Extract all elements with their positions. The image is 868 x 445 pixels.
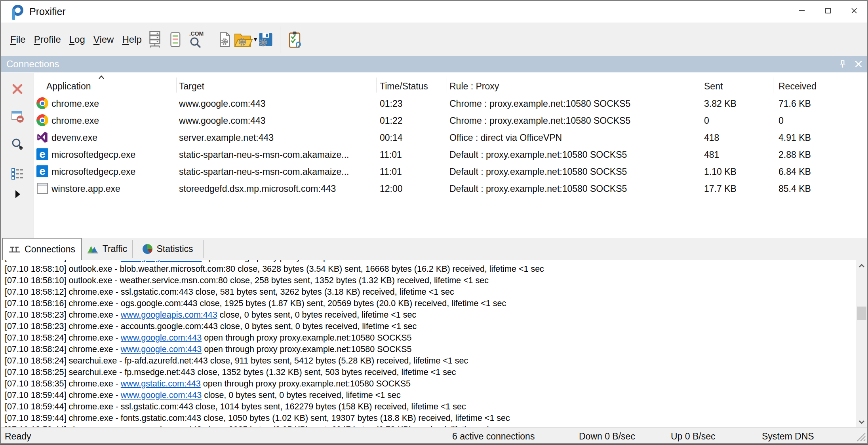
panel-close-icon[interactable]: [854, 59, 863, 70]
status-active-connections: 6 active connections: [452, 431, 535, 441]
toolbar: .COM▾: [144, 23, 305, 56]
log-link[interactable]: www.gstatic.com:443: [121, 379, 201, 388]
visual-studio-icon: [36, 131, 48, 143]
column-divider[interactable]: [773, 78, 773, 93]
cell-received: 4.91 KB: [779, 132, 856, 143]
pin-icon[interactable]: [838, 59, 847, 70]
log-link[interactable]: www.googleapis.com:443: [121, 310, 217, 320]
menu-log[interactable]: Log: [68, 33, 86, 46]
maximize-button[interactable]: [815, 1, 841, 22]
edge-icon: e: [36, 148, 48, 160]
connection-row[interactable]: e microsoftedgecp.exestatic-spartan-neu-…: [34, 163, 867, 180]
connection-row[interactable]: e microsoftedgecp.exestatic-spartan-neu-…: [34, 146, 867, 163]
dotcom-check-button[interactable]: .COM: [185, 28, 206, 51]
log-text: [07.10 18:58:35] chrome.exe -: [5, 379, 121, 388]
search-connections-button[interactable]: [1, 138, 34, 153]
menu-profile[interactable]: Profile: [33, 33, 62, 46]
log-link[interactable]: www.google.com:443: [121, 260, 202, 262]
check-proxies-icon: [286, 30, 303, 49]
log-text: [07.10 18:58:10] outlook.exe - weather.s…: [5, 276, 489, 285]
status-up-rate: Up 0 B/sec: [671, 431, 716, 441]
proxy-servers-button[interactable]: [144, 28, 165, 51]
scroll-up-icon[interactable]: [856, 260, 867, 271]
menu-help[interactable]: Help: [121, 33, 143, 46]
connections-panel: ApplicationTargetTime/StatusRule : Proxy…: [1, 73, 867, 238]
column-header-rule[interactable]: Rule : Proxy: [449, 81, 499, 92]
cell-rule: Default : proxy.example.net:10580 SOCKS5: [449, 166, 699, 177]
window-title: Proxifier: [29, 6, 66, 17]
cell-time: 01:22: [380, 115, 445, 126]
log-output: [07.10 18:58:10] chrome.exe - www.google…: [1, 260, 867, 427]
close-button[interactable]: [841, 1, 867, 22]
close-connection-button[interactable]: [1, 82, 34, 97]
log-line: [07.10 18:58:12] chrome.exe - ssl.gstati…: [5, 286, 854, 298]
cell-sent: 17.7 KB: [704, 183, 773, 194]
log-line: [07.10 18:59:44] chrome.exe - fonts.gsta…: [5, 413, 854, 424]
connection-row[interactable]: chrome.exewww.google.com:44301:23Chrome …: [34, 95, 867, 112]
cell-application: microsoftedgecp.exe: [51, 166, 172, 177]
cell-rule: Chrome : proxy.example.net:10580 SOCKS5: [449, 98, 699, 109]
cell-time: 11:01: [380, 149, 445, 160]
cell-received: 6.84 KB: [779, 166, 856, 177]
log-text: open through proxy proxy.example.net:105…: [202, 260, 411, 262]
save-profile-button[interactable]: [255, 28, 276, 51]
connection-row[interactable]: devenv.exeserver.example.net:44300:14Off…: [34, 129, 867, 146]
connections-tab-icon: [9, 244, 21, 255]
log-line: [07.10 18:58:23] chrome.exe - accounts.g…: [5, 321, 854, 332]
open-profile-dropdown-button[interactable]: ▾: [235, 28, 255, 51]
column-divider[interactable]: [376, 78, 377, 93]
save-profile-icon: [257, 31, 274, 48]
cell-time: 01:23: [380, 98, 445, 109]
connection-row[interactable]: winstore.app.exestoreedgefd.dsx.mp.micro…: [34, 180, 867, 197]
log-line: [07.10 18:58:35] chrome.exe - www.gstati…: [5, 378, 854, 390]
cell-target: www.google.com:443: [179, 98, 375, 109]
connection-details-icon: [11, 167, 24, 183]
check-proxies-button[interactable]: [284, 28, 305, 51]
log-scrollbar[interactable]: [856, 260, 867, 427]
menu-bar: FileProfileLogViewHelp .COM▾: [1, 23, 867, 56]
cell-sent: 0: [704, 115, 773, 126]
log-link[interactable]: www.google.com:443: [121, 333, 202, 343]
dotcom-check-icon: .COM: [186, 30, 205, 49]
toolbar-separator: [210, 27, 210, 53]
column-header-time[interactable]: Time/Status: [380, 81, 428, 92]
scrollbar-thumb[interactable]: [857, 307, 866, 320]
connections-side-toolbar: [1, 73, 34, 238]
cell-rule: Office : direct via OfficeVPN: [449, 132, 699, 143]
cell-received: 85.4 KB: [779, 183, 856, 194]
tab-connections[interactable]: Connections: [2, 238, 82, 260]
column-divider[interactable]: [702, 78, 702, 93]
menu-view[interactable]: View: [92, 33, 115, 46]
column-header-sent[interactable]: Sent: [704, 81, 723, 92]
scroll-down-icon[interactable]: [856, 417, 867, 427]
column-header-target[interactable]: Target: [179, 81, 204, 92]
minimize-button[interactable]: [789, 1, 815, 22]
log-link[interactable]: www.google.com:443: [121, 390, 202, 400]
log-text: [07.10 18:58:12] chrome.exe - ssl.gstati…: [5, 287, 454, 297]
menu-file[interactable]: File: [9, 33, 27, 46]
cell-application: chrome.exe: [51, 115, 172, 126]
resize-grip[interactable]: [856, 432, 866, 443]
log-link[interactable]: www.google.com:443: [121, 345, 202, 354]
connection-row[interactable]: chrome.exewww.google.com:44301:22Chrome …: [34, 112, 867, 129]
connections-table: ApplicationTargetTime/StatusRule : Proxy…: [34, 73, 867, 238]
log-text: [07.10 18:58:25] searchui.exe - fp.msedg…: [5, 367, 456, 377]
log-text: [07.10 18:58:23] chrome.exe - accounts.g…: [5, 322, 417, 331]
statistics-tab-icon: [143, 244, 152, 254]
tab-traffic[interactable]: Traffic: [82, 240, 133, 258]
log-window-button[interactable]: [165, 28, 185, 51]
column-header-received[interactable]: Received: [779, 81, 817, 92]
column-divider[interactable]: [447, 78, 447, 93]
column-header-application[interactable]: Application: [46, 81, 91, 92]
expand-more-button[interactable]: [1, 189, 34, 201]
connection-details-button[interactable]: [1, 167, 34, 183]
log-line: [07.10 18:58:24] chrome.exe - www.google…: [5, 344, 854, 355]
cell-received: 71.6 KB: [779, 98, 856, 109]
tab-statistics[interactable]: Statistics: [133, 240, 204, 258]
log-text: [07.10 18:58:24] searchui.exe - fp-afd.a…: [5, 356, 468, 365]
abort-connection-button[interactable]: [1, 109, 34, 125]
profile-settings-button[interactable]: [214, 28, 235, 51]
status-dns: System DNS: [762, 431, 814, 441]
column-divider[interactable]: [176, 78, 177, 93]
log-line: [07.10 18:58:23] chrome.exe - www.google…: [5, 309, 854, 321]
